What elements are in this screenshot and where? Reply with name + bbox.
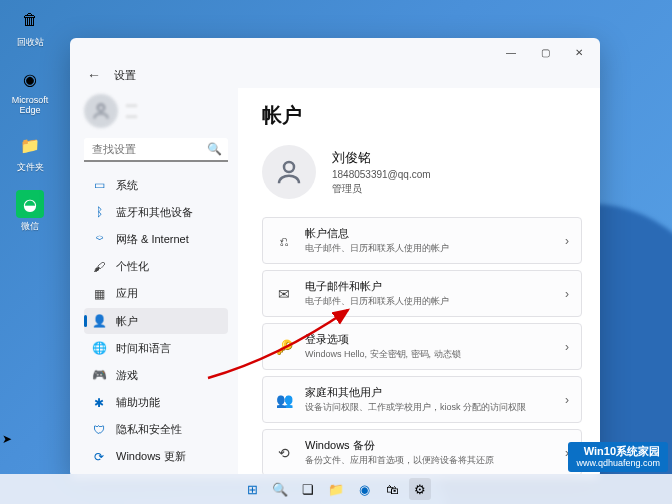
card-text: 电子邮件和帐户电子邮件、日历和联系人使用的帐户 <box>305 279 553 308</box>
chevron-right-icon: › <box>565 287 569 301</box>
card-subtitle: 电子邮件、日历和联系人使用的帐户 <box>305 242 553 255</box>
card-signin-options[interactable]: 🔑登录选项Windows Hello, 安全密钥, 密码, 动态锁› <box>262 323 582 370</box>
window-controls: — ▢ ✕ <box>494 40 596 64</box>
desktop-icon-label: 微信 <box>21 220 39 233</box>
file-explorer-icon: 📁 <box>16 131 44 159</box>
search-icon: 🔍 <box>207 142 222 156</box>
gaming-icon: 🎮 <box>92 368 106 382</box>
card-title: 电子邮件和帐户 <box>305 279 553 294</box>
mouse-cursor: ➤ <box>2 432 12 446</box>
desktop: 🗑回收站◉Microsoft Edge📁文件夹◒微信 — ▢ ✕ ← 设置 ··… <box>0 0 672 504</box>
back-button[interactable]: ← <box>84 65 104 85</box>
email-accounts-icon: ✉ <box>275 285 293 303</box>
chevron-right-icon: › <box>565 393 569 407</box>
titlebar: — ▢ ✕ <box>70 38 600 66</box>
desktop-icon-edge-browser[interactable]: ◉Microsoft Edge <box>6 65 54 115</box>
settings-window: — ▢ ✕ ← 设置 ···· ···· <box>70 38 600 478</box>
card-title: 帐户信息 <box>305 226 553 241</box>
chevron-right-icon: › <box>565 340 569 354</box>
avatar <box>84 94 118 128</box>
desktop-icon-label: 回收站 <box>17 36 44 49</box>
sidebar-item-apps[interactable]: ▦应用 <box>84 281 228 307</box>
recycle-bin-icon: 🗑 <box>16 6 44 34</box>
card-title: 登录选项 <box>305 332 553 347</box>
content: ···· ···· 🔍 ▭系统ᛒ蓝牙和其他设备⌔网络 & Internet🖌个性… <box>70 88 600 478</box>
user-name: 刘俊铭 <box>332 149 431 167</box>
card-family-users[interactable]: 👥家庭和其他用户设备访问权限、工作或学校用户，kiosk 分配的访问权限› <box>262 376 582 423</box>
card-account-info[interactable]: ⎌帐户信息电子邮件、日历和联系人使用的帐户› <box>262 217 582 264</box>
sidebar-item-label: 帐户 <box>116 314 138 329</box>
sidebar-item-label: 应用 <box>116 286 138 301</box>
accessibility-icon: ✱ <box>92 396 106 410</box>
minimize-button[interactable]: — <box>494 40 528 64</box>
settings-cards: ⎌帐户信息电子邮件、日历和联系人使用的帐户›✉电子邮件和帐户电子邮件、日历和联系… <box>262 217 582 476</box>
card-title: 家庭和其他用户 <box>305 385 553 400</box>
desktop-icon-recycle-bin[interactable]: 🗑回收站 <box>6 6 54 49</box>
header: ← 设置 <box>70 66 600 88</box>
desktop-icon-file-explorer[interactable]: 📁文件夹 <box>6 131 54 174</box>
sidebar-item-label: 隐私和安全性 <box>116 422 182 437</box>
sidebar-item-label: 游戏 <box>116 368 138 383</box>
windows-backup-icon: ⟲ <box>275 444 293 462</box>
wechat-icon: ◒ <box>16 190 44 218</box>
bluetooth-icon: ᛒ <box>92 205 106 219</box>
account-hero: 刘俊铭 1848053391@qq.com 管理员 <box>262 145 582 199</box>
sidebar-search: 🔍 <box>84 138 228 162</box>
card-text: 登录选项Windows Hello, 安全密钥, 密码, 动态锁 <box>305 332 553 361</box>
network-icon: ⌔ <box>92 232 106 246</box>
sidebar-item-gaming[interactable]: 🎮游戏 <box>84 362 228 388</box>
svg-point-0 <box>98 104 105 111</box>
sidebar-item-label: 个性化 <box>116 259 149 274</box>
sidebar-item-bluetooth[interactable]: ᛒ蓝牙和其他设备 <box>84 199 228 225</box>
card-email-accounts[interactable]: ✉电子邮件和帐户电子邮件、日历和联系人使用的帐户› <box>262 270 582 317</box>
card-text: 帐户信息电子邮件、日历和联系人使用的帐户 <box>305 226 553 255</box>
taskbar: ⊞🔍❏📁◉🛍⚙ <box>0 474 672 504</box>
signin-options-icon: 🔑 <box>275 338 293 356</box>
svg-point-1 <box>284 162 294 172</box>
taskbar-search[interactable]: 🔍 <box>269 478 291 500</box>
edge-browser-icon: ◉ <box>16 65 44 93</box>
main-panel: 帐户 刘俊铭 1848053391@qq.com 管理员 ⎌帐户信息电子邮件、日… <box>238 88 600 478</box>
app-title: 设置 <box>114 68 136 83</box>
card-subtitle: 电子邮件、日历和联系人使用的帐户 <box>305 295 553 308</box>
card-subtitle: 设备访问权限、工作或学校用户，kiosk 分配的访问权限 <box>305 401 553 414</box>
taskbar-edge[interactable]: ◉ <box>353 478 375 500</box>
system-icon: ▭ <box>92 178 106 192</box>
taskbar-start[interactable]: ⊞ <box>241 478 263 500</box>
user-avatar[interactable] <box>262 145 316 199</box>
taskbar-store[interactable]: 🛍 <box>381 478 403 500</box>
desktop-icon-wechat[interactable]: ◒微信 <box>6 190 54 233</box>
user-role: 管理员 <box>332 182 431 196</box>
sidebar-item-privacy[interactable]: 🛡隐私和安全性 <box>84 417 228 443</box>
watermark-line2: www.qdhuafeng.com <box>576 458 660 469</box>
taskbar-task-view[interactable]: ❏ <box>297 478 319 500</box>
accounts-icon: 👤 <box>92 314 106 328</box>
page-title: 帐户 <box>262 102 582 129</box>
sidebar-item-windows-update[interactable]: ⟳Windows 更新 <box>84 444 228 470</box>
card-windows-backup[interactable]: ⟲Windows 备份备份文件、应用和首选项，以便跨设备将其还原› <box>262 429 582 476</box>
sidebar-item-network[interactable]: ⌔网络 & Internet <box>84 226 228 252</box>
close-button[interactable]: ✕ <box>562 40 596 64</box>
sidebar-item-label: 网络 & Internet <box>116 232 189 247</box>
sidebar-item-accounts[interactable]: 👤帐户 <box>84 308 228 334</box>
sidebar-item-label: 系统 <box>116 178 138 193</box>
sidebar-item-personalize[interactable]: 🖌个性化 <box>84 254 228 280</box>
taskbar-explorer[interactable]: 📁 <box>325 478 347 500</box>
sidebar-profile[interactable]: ···· ···· <box>84 94 228 128</box>
maximize-button[interactable]: ▢ <box>528 40 562 64</box>
desktop-icon-label: Microsoft Edge <box>6 95 54 115</box>
sidebar-item-time-language[interactable]: 🌐时间和语言 <box>84 335 228 361</box>
windows-update-icon: ⟳ <box>92 450 106 464</box>
apps-icon: ▦ <box>92 287 106 301</box>
card-subtitle: Windows Hello, 安全密钥, 密码, 动态锁 <box>305 348 553 361</box>
sidebar-item-accessibility[interactable]: ✱辅助功能 <box>84 390 228 416</box>
taskbar-settings[interactable]: ⚙ <box>409 478 431 500</box>
card-text: Windows 备份备份文件、应用和首选项，以便跨设备将其还原 <box>305 438 553 467</box>
time-language-icon: 🌐 <box>92 341 106 355</box>
sidebar-item-label: 时间和语言 <box>116 341 171 356</box>
account-info-icon: ⎌ <box>275 232 293 250</box>
sidebar-item-system[interactable]: ▭系统 <box>84 172 228 198</box>
card-title: Windows 备份 <box>305 438 553 453</box>
card-text: 家庭和其他用户设备访问权限、工作或学校用户，kiosk 分配的访问权限 <box>305 385 553 414</box>
watermark: Win10系统家园 www.qdhuafeng.com <box>568 442 668 472</box>
